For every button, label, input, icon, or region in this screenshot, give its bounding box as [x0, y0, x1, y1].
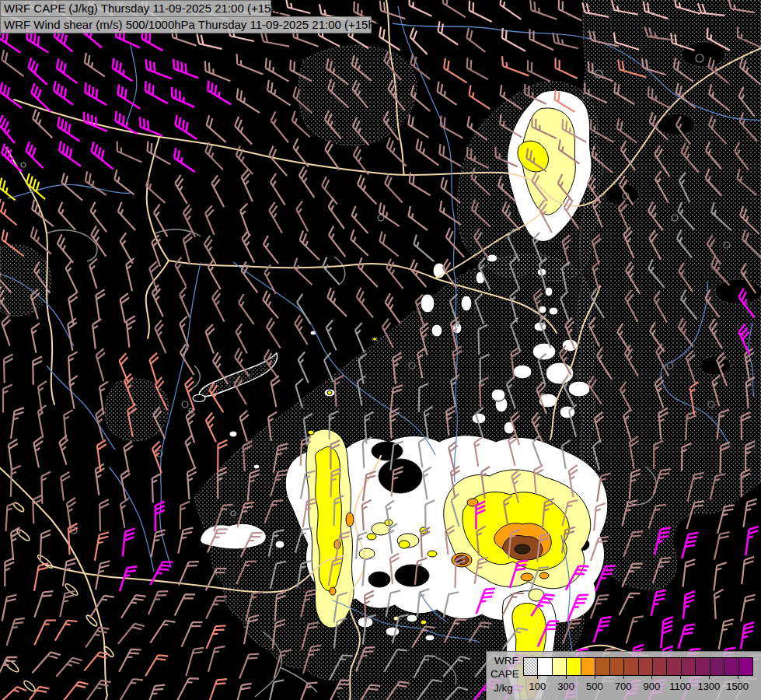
colorbar-tick	[651, 675, 652, 679]
legend-label-wrf: WRF	[494, 655, 518, 667]
cape-colorbar-cell	[739, 658, 752, 675]
colorbar-tick-label: 1500	[721, 681, 755, 692]
cape-colorbar-cell	[567, 658, 581, 675]
cape-colorbar-cell	[610, 658, 624, 675]
cape-colorbar-cell	[696, 658, 710, 675]
cape-colorbar-cell	[682, 658, 696, 675]
colorbar-tick	[595, 675, 595, 679]
cape-colorbar-cell	[553, 658, 567, 675]
map-title-wind-shear: WRF Wind shear (m/s) 500/1000hPa Thursda…	[0, 16, 372, 33]
colorbar-tick	[709, 675, 710, 679]
cape-colorbar-cell	[524, 658, 538, 675]
legend-label-cape: CAPE	[490, 668, 519, 680]
cape-legend: WRF CAPE J/kg 10030050070090011001300150…	[486, 651, 761, 700]
cape-colorbar-cell	[639, 658, 653, 675]
colorbar-tick	[738, 675, 738, 679]
cape-colorbar-cell	[595, 658, 609, 675]
cape-colorbar-cell	[653, 658, 667, 675]
colorbar-tick	[537, 675, 538, 679]
map-title-cape: WRF CAPE (J/kg) Thursday 11-09-2025 21:0…	[0, 0, 271, 17]
cape-colorbar-cell	[624, 658, 638, 675]
map-title-box: WRF CAPE (J/kg) Thursday 11-09-2025 21:0…	[0, 0, 372, 33]
legend-label-unit: J/kg	[494, 682, 513, 694]
cape-colorbar-cell	[724, 658, 738, 675]
weather-map-stage: WRF CAPE (J/kg) Thursday 11-09-2025 21:0…	[0, 0, 761, 700]
cape-colorbar-cell	[667, 658, 681, 675]
weather-map	[0, 0, 761, 700]
cape-colorbar	[523, 657, 753, 676]
cape-colorbar-cell	[710, 658, 724, 675]
cape-colorbar-cell	[538, 658, 552, 675]
colorbar-tick	[566, 675, 567, 679]
colorbar-tick	[623, 675, 624, 679]
colorbar-tick	[680, 675, 681, 679]
cape-colorbar-cell	[581, 658, 595, 675]
